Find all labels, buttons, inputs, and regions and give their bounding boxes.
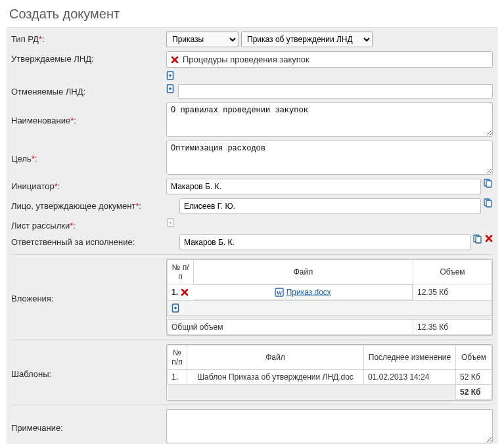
label-note: Примечание: bbox=[11, 420, 162, 433]
divider bbox=[11, 340, 493, 340]
templates-col-date: Последнее изменение bbox=[364, 345, 456, 370]
label-initiator: Инициатор*: bbox=[11, 179, 162, 191]
templates-col-file: Файл bbox=[187, 345, 364, 370]
approved-lnd-value-row: Процедуры проведения закупок bbox=[166, 51, 493, 68]
label-templates: Шаблоны: bbox=[11, 366, 162, 379]
svg-rect-5 bbox=[486, 200, 492, 207]
add-page-icon[interactable] bbox=[166, 84, 175, 93]
approved-lnd-text: Процедуры проведения закупок bbox=[183, 55, 309, 64]
label-approved-lnd: Утверждаемые ЛНД: bbox=[11, 51, 162, 64]
create-document-form: Тип РД*: Приказы Приказ об утверждении Л… bbox=[7, 27, 497, 444]
remove-icon[interactable] bbox=[181, 288, 189, 296]
remove-icon[interactable] bbox=[485, 234, 493, 242]
add-page-icon[interactable] bbox=[166, 71, 175, 80]
templates-table: № п/п Файл Последнее изменение Объем 1. … bbox=[166, 344, 493, 401]
divider bbox=[11, 405, 493, 405]
template-size: 52 Кб bbox=[456, 370, 492, 385]
svg-rect-8 bbox=[476, 236, 481, 243]
copy-icon[interactable] bbox=[473, 234, 482, 244]
initiator-input[interactable] bbox=[166, 179, 481, 194]
attachments-total-label: Общий объем bbox=[168, 320, 413, 335]
label-type-rd: Тип РД*: bbox=[11, 32, 162, 44]
select-type-rd-category[interactable]: Приказы bbox=[166, 32, 239, 47]
attachments-total-size: 12.35 Кб bbox=[413, 320, 492, 335]
template-file-name: Шаблон Приказа об утверждении ЛНД.doc bbox=[197, 372, 354, 382]
attachments-col-idx: № п/п bbox=[168, 259, 194, 284]
label-name: Наименование*: bbox=[11, 113, 162, 125]
templates-col-size: Объем bbox=[456, 345, 492, 370]
label-mailing-list: Лист рассылки*: bbox=[11, 218, 162, 231]
copy-icon[interactable] bbox=[484, 179, 493, 188]
goal-textarea[interactable]: Оптимизация расходов bbox=[166, 141, 493, 175]
copy-icon[interactable] bbox=[484, 198, 493, 208]
label-responsible: Ответственный за исполнение: bbox=[11, 234, 175, 247]
divider bbox=[11, 254, 493, 255]
svg-text:W: W bbox=[276, 289, 282, 296]
cancelled-lnd-box bbox=[178, 84, 493, 99]
table-row: 1. W Приказ.docx 12.3 bbox=[168, 284, 492, 300]
select-type-rd-subtype[interactable]: Приказ об утверждении ЛНД bbox=[241, 32, 373, 47]
word-doc-icon: W bbox=[275, 288, 284, 297]
responsible-input[interactable] bbox=[179, 234, 470, 250]
page-title: Создать документ bbox=[7, 7, 497, 22]
attachment-size: 12.35 Кб bbox=[413, 284, 492, 300]
attachments-col-file: Файл bbox=[194, 259, 413, 284]
attachment-index: 1. bbox=[172, 288, 178, 297]
label-cancelled-lnd: Отменяемые ЛНД: bbox=[11, 84, 162, 97]
label-attachments: Вложения: bbox=[11, 291, 162, 303]
attachment-file-link[interactable]: Приказ.docx bbox=[286, 288, 331, 297]
attachments-table: № п/п Файл Объем 1. bbox=[166, 259, 493, 336]
approver-input[interactable] bbox=[179, 198, 481, 214]
templates-total-size: 52 Кб bbox=[456, 385, 492, 400]
add-page-icon[interactable] bbox=[172, 303, 181, 313]
svg-rect-3 bbox=[486, 181, 492, 187]
label-approver: Лицо, утверждающее документ*: bbox=[11, 198, 175, 211]
label-goal: Цель*: bbox=[11, 151, 162, 164]
templates-col-idx: № п/п bbox=[168, 345, 187, 370]
attachments-col-size: Объем bbox=[413, 259, 492, 284]
name-textarea[interactable]: О правилах проведении закупок bbox=[166, 102, 493, 137]
remove-icon[interactable] bbox=[171, 56, 179, 64]
template-date: 01.02.2013 14:24 bbox=[364, 370, 456, 385]
template-index: 1. bbox=[168, 370, 187, 385]
note-textarea[interactable] bbox=[166, 409, 493, 443]
page-disabled-icon bbox=[166, 218, 175, 227]
table-row: 1. Шаблон Приказа об утверждении ЛНД.doc… bbox=[168, 370, 492, 385]
